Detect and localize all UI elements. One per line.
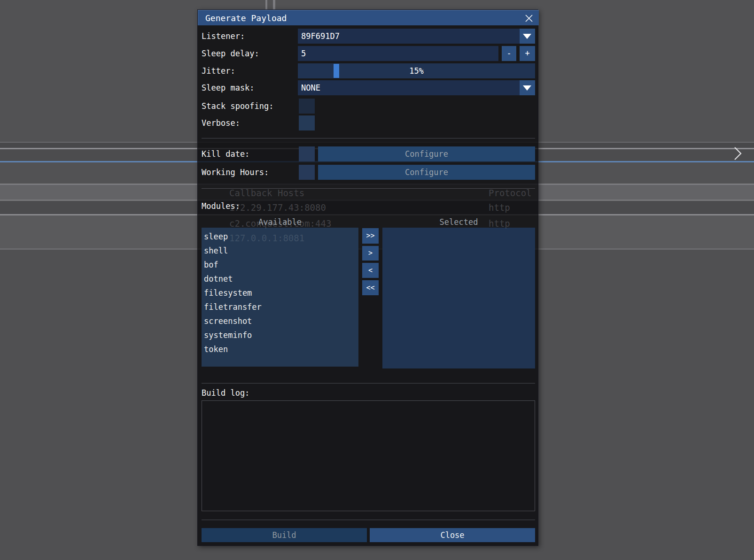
build-log-textarea[interactable] [202,400,535,511]
generate-payload-dialog: Generate Payload Listener: 89F691D7 Slee… [197,9,538,546]
kill-date-checkbox[interactable] [299,146,315,161]
sleep-delay-input[interactable]: 5 [298,46,498,61]
modules-label: Modules: [202,199,240,214]
module-item[interactable]: token [202,342,358,356]
listener-combobox[interactable]: 89F691D7 [298,29,535,44]
jitter-slider[interactable]: 15% [298,63,535,78]
separator [202,138,535,138]
selected-modules-list[interactable] [382,228,535,368]
build-log-label: Build log: [202,385,249,400]
sleep-mask-label: Sleep mask: [202,80,255,95]
stack-spoofing-checkbox[interactable] [299,99,315,114]
bg-splitter-line [265,0,267,10]
separator [202,383,535,384]
module-item[interactable]: screenshot [202,314,358,328]
selected-header: Selected [382,217,535,227]
sleep-delay-increment-button[interactable]: + [520,46,535,61]
module-item[interactable]: shell [202,244,358,258]
sleep-mask-dropdown-button[interactable] [520,80,535,95]
verbose-checkbox[interactable] [299,115,315,130]
module-item[interactable]: dotnet [202,272,358,286]
jitter-label: Jitter: [202,63,235,78]
listener-label: Listener: [202,29,245,44]
module-item[interactable]: filesystem [202,286,358,300]
kill-date-label: Kill date: [202,146,249,161]
close-icon[interactable] [524,14,534,23]
module-item[interactable]: systeminfo [202,328,358,342]
jitter-value: 15% [298,63,535,78]
bg-splitter-line [273,0,275,10]
chevron-down-icon [523,85,531,91]
scroll-right-chevron-icon[interactable] [733,146,743,161]
dialog-title: Generate Payload [205,10,287,26]
verbose-label: Verbose: [202,115,240,130]
working-hours-label: Working Hours: [202,165,269,180]
dialog-titlebar[interactable]: Generate Payload [198,10,539,25]
chevron-down-icon [523,34,531,39]
close-button[interactable]: Close [370,528,535,542]
module-item[interactable]: sleep [202,230,358,244]
working-hours-configure-button[interactable]: Configure [318,165,535,180]
module-item[interactable]: bof [202,258,358,272]
sleep-delay-decrement-button[interactable]: - [502,46,516,61]
add-all-modules-button[interactable]: >> [362,228,379,244]
build-button[interactable]: Build [202,528,367,542]
available-modules-list[interactable]: sleep shell bof dotnet filesystem filetr… [202,228,358,367]
screen: Callback Hosts Protocol 172.29.177.43:80… [0,0,754,560]
working-hours-checkbox[interactable] [299,165,315,180]
separator [202,188,535,189]
available-header: Available [202,217,358,227]
sleep-mask-combobox[interactable]: NONE [298,80,535,95]
listener-dropdown-button[interactable] [520,29,535,44]
module-item[interactable]: filetransfer [202,300,358,314]
stack-spoofing-label: Stack spoofing: [202,99,274,114]
remove-all-modules-button[interactable]: << [362,280,379,295]
add-module-button[interactable]: > [362,246,379,261]
sleep-delay-label: Sleep delay: [202,46,259,61]
kill-date-configure-button[interactable]: Configure [318,146,535,161]
separator [202,520,535,520]
remove-module-button[interactable]: < [362,263,379,278]
